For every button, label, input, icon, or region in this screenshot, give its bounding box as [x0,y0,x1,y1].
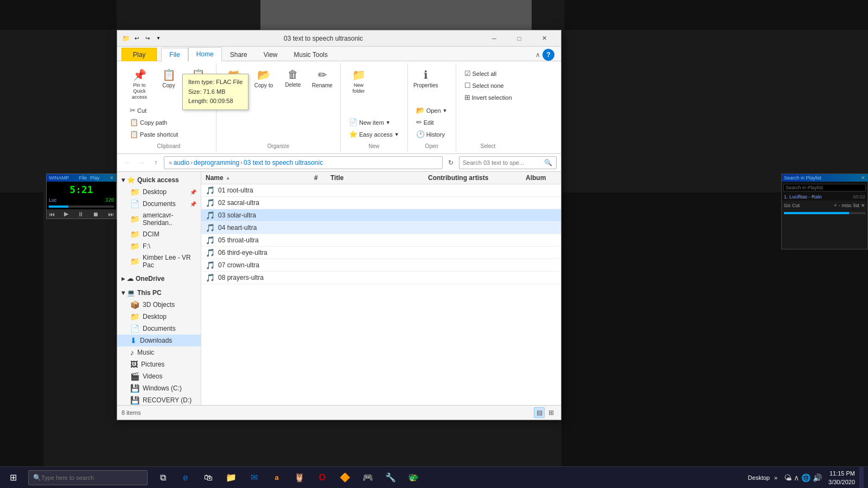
winamp-progress-container[interactable] [47,204,116,209]
easy-access-button[interactable]: ⭐ Easy access ▼ [345,129,403,140]
new-item-dropdown[interactable]: ▼ [386,120,391,125]
open-button[interactable]: 📂 Open ▼ [412,105,451,116]
file-row-4[interactable]: 🎵 04 heart-ultra [201,222,561,234]
sidebar-quick-access-header[interactable]: ▾ ⭐ Quick access [117,174,201,186]
file-row-8[interactable]: 🎵 08 prayers-ultra [201,272,561,284]
edit-button[interactable]: ✏ Edit [412,117,451,128]
sidebar-item-3dobjects[interactable]: 📦 3D Objects [117,299,201,311]
winamp-misc-btn[interactable]: misc [842,203,852,208]
select-none-button[interactable]: ☐ Select none [461,80,516,91]
taskbar-vlc[interactable]: 🔶 [334,467,356,489]
col-header-album[interactable]: Album [526,174,557,182]
paste-shortcut-button[interactable]: 📋 Paste shortcut [126,129,182,140]
path-audio[interactable]: audio [174,159,189,166]
taskbar-gaming[interactable]: 🎮 [357,467,379,489]
winamp-pause[interactable]: ⏸ [78,211,84,217]
path-deprogramming[interactable]: deprogramming [194,159,239,166]
col-header-title[interactable]: Title [330,174,428,182]
sidebar-item-documents-pinned[interactable]: 📄 Documents 📌 [117,198,201,210]
sidebar-onedrive-header[interactable]: ▸ ☁ OneDrive [117,273,201,285]
invert-selection-button[interactable]: ⊞ Invert selection [461,92,516,103]
winamp-next[interactable]: ⏭ [108,211,114,217]
up-button[interactable]: ↑ [150,157,162,169]
taskbar-search-box[interactable]: 🔍 [28,470,148,485]
winamp-stop[interactable]: ⏹ [93,211,99,217]
winamp-prev[interactable]: ⏮ [49,211,55,217]
winamp-list-btn[interactable]: list [853,203,859,208]
pin-quick-access-button[interactable]: 📌 Pin to Quick access [126,66,153,102]
tab-music-tools[interactable]: Music Tools [286,48,336,61]
copy-button[interactable]: 📋 Copy [155,66,182,91]
sidebar-item-dcim[interactable]: 📁 DCIM [117,228,201,240]
col-header-hash[interactable]: # [314,174,330,182]
col-header-artist[interactable]: Contributing artists [428,174,526,182]
tab-play[interactable]: Play [122,48,157,61]
taskbar-tool1[interactable]: 🔧 [380,467,401,489]
file-row-2[interactable]: 🎵 02 sacral-ultra [201,197,561,209]
search-input[interactable] [463,159,544,166]
ribbon-expand-button[interactable]: ∧ [535,51,540,59]
show-desktop-button[interactable] [859,467,864,489]
help-button[interactable]: ? [542,49,554,61]
taskbar-store[interactable]: 🛍 [197,467,219,489]
sidebar-item-desktop2[interactable]: 📁 Desktop [117,311,201,323]
file-row-1[interactable]: 🎵 01 root-ultra [201,184,561,197]
sidebar-item-downloads[interactable]: ⬇ Downloads [117,335,201,346]
taskbar-tool2[interactable]: 🐲 [403,467,424,489]
winamp-close-btn[interactable]: ✕ [861,203,865,208]
details-view-button[interactable]: ▤ [534,407,545,418]
forward-button[interactable]: → [136,157,148,169]
rename-button[interactable]: ✏ Rename [309,66,336,91]
winamp-volume-bar[interactable] [784,212,865,214]
taskbar-search-input[interactable] [41,474,123,481]
file-row-3[interactable]: 🎵 03 solar-ultra [201,209,561,222]
taskbar-tripadvisor[interactable]: 🦉 [289,467,310,489]
taskbar-opera[interactable]: O [311,467,333,489]
sidebar-item-pictures[interactable]: 🖼 Pictures [117,358,201,370]
sidebar-item-recovery-d[interactable]: 💾 RECOVERY (D:) [117,394,201,405]
qat-dropdown-icon[interactable]: ▼ [154,34,163,43]
start-button[interactable]: ⊞ [0,467,26,489]
winamp-search-input[interactable] [783,184,866,191]
chevron-more-icon[interactable]: » [774,474,777,481]
clock-area[interactable]: 11:15 PM 3/30/2020 [828,469,855,486]
winamp-go-btn[interactable]: Go [784,203,790,208]
qat-undo-icon[interactable]: ↩ [132,34,141,43]
file-row-5[interactable]: 🎵 05 throat-ultra [201,234,561,247]
sidebar-item-videos[interactable]: 🎬 Videos [117,370,201,382]
sidebar-thispc-header[interactable]: ▾ 💻 This PC [117,287,201,299]
large-icons-view-button[interactable]: ⊞ [546,407,557,418]
winamp-title-bar[interactable]: WINAMP File Play ✕ [47,174,116,182]
tab-file[interactable]: File [161,48,188,61]
winamp-play-menu[interactable]: Play [90,175,100,181]
winamp-play[interactable]: ▶ [64,210,68,217]
sidebar-item-americavr[interactable]: 📁 americavr-Sheridan.. [117,210,201,228]
sidebar-item-documents2[interactable]: 📄 Documents [117,323,201,335]
tab-home[interactable]: Home [188,47,222,61]
minimize-button[interactable]: ─ [482,30,507,47]
qat-folder-icon[interactable]: 📁 [122,34,130,43]
desktop-label[interactable]: Desktop [748,474,770,481]
open-dropdown[interactable]: ▼ [443,108,448,113]
sidebar-item-kimberleevrpac[interactable]: 📁 Kimber Lee - VR Pac [117,252,201,271]
address-path[interactable]: « audio › deprogramming › 03 text to spe… [164,156,443,169]
sidebar-item-music[interactable]: ♪ Music [117,346,201,358]
easy-access-dropdown[interactable]: ▼ [394,132,399,137]
taskbar-mail[interactable]: ✉ [243,467,265,489]
file-row-6[interactable]: 🎵 06 third-eye-ultra [201,247,561,259]
winamp-playlist-window-btns[interactable]: ✕ [861,175,865,181]
tab-share[interactable]: Share [222,48,256,61]
copy-to-button[interactable]: 📂 Copy to [250,66,277,91]
path-folder[interactable]: 03 text to speech ultrasonic [244,159,323,166]
tab-view[interactable]: View [256,48,286,61]
sidebar-item-desktop-pinned[interactable]: 📁 Desktop 📌 [117,186,201,198]
winamp-cut-btn[interactable]: Cut [792,203,800,208]
refresh-button[interactable]: ↻ [445,157,457,169]
maximize-button[interactable]: □ [507,30,532,47]
tray-up-icon[interactable]: ∧ [794,473,799,482]
winamp-add-btn[interactable]: + [834,203,837,208]
copy-path-button[interactable]: 📋 Copy path [126,117,182,128]
search-box[interactable]: 🔍 [459,156,557,169]
history-button[interactable]: 🕐 History [412,129,451,140]
taskbar-edge[interactable]: e [175,467,196,489]
